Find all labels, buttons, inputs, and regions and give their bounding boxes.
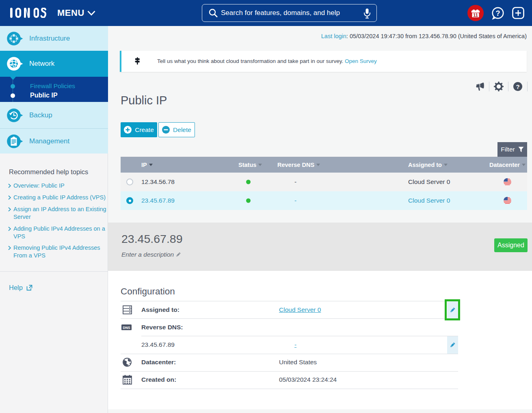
svg-text:?: ? (516, 83, 519, 90)
svg-text:11: 11 (473, 13, 478, 17)
svg-text:DNS: DNS (123, 326, 130, 330)
svg-text:?: ? (496, 9, 500, 17)
